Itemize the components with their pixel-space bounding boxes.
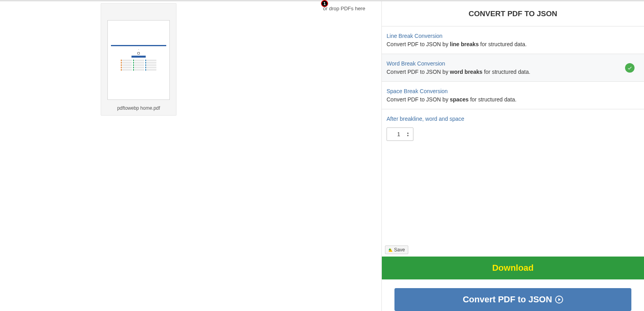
file-name: pdftowebp home.pdf (117, 105, 160, 111)
breakline-section: After breakline, word and space 1 ▲ ▼ (382, 109, 644, 243)
convert-button[interactable]: Convert PDF to JSON (394, 288, 631, 311)
breakline-stepper[interactable]: 1 ▲ ▼ (387, 127, 413, 141)
option-title: Line Break Conversion (387, 33, 632, 39)
download-button[interactable]: Download (382, 257, 644, 279)
stepper-up-icon[interactable]: ▲ (407, 132, 409, 134)
option-desc: Convert PDF to JSON by spaces for struct… (387, 96, 632, 103)
arrow-right-circle-icon (555, 296, 563, 304)
panel-title: CONVERT PDF TO JSON (382, 0, 644, 26)
option-word-break[interactable]: Word Break Conversion Convert PDF to JSO… (382, 54, 644, 81)
save-label: Save (394, 247, 405, 253)
save-row: Save (382, 243, 644, 257)
option-line-break[interactable]: Line Break Conversion Convert PDF to JSO… (382, 26, 644, 54)
file-count-badge: 1 (321, 0, 328, 7)
options-panel: CONVERT PDF TO JSON Line Break Conversio… (381, 0, 644, 311)
breakline-label: After breakline, word and space (387, 116, 639, 122)
file-card[interactable]: • pdftowebp home.pdf (101, 3, 176, 116)
pdf-thumbnail: • (107, 20, 170, 100)
stepper-value: 1 (391, 131, 407, 137)
google-drive-icon (389, 248, 392, 252)
option-desc: Convert PDF to JSON by word breaks for s… (387, 69, 632, 75)
dropzone-pane[interactable]: 1 or drop PDFs here • pdftowebp home.pdf (0, 0, 381, 311)
option-space-break[interactable]: Space Break Conversion Convert PDF to JS… (382, 81, 644, 109)
option-title: Word Break Conversion (387, 60, 632, 67)
save-to-drive-button[interactable]: Save (385, 245, 408, 254)
convert-row: Convert PDF to JSON (382, 279, 644, 311)
stepper-down-icon[interactable]: ▼ (407, 135, 409, 137)
main-layout: 1 or drop PDFs here • pdftowebp home.pdf… (0, 0, 644, 311)
drop-hint-text: or drop PDFs here (323, 6, 365, 11)
option-title: Space Break Conversion (387, 88, 632, 94)
option-desc: Convert PDF to JSON by line breaks for s… (387, 41, 632, 47)
check-icon (625, 63, 635, 73)
